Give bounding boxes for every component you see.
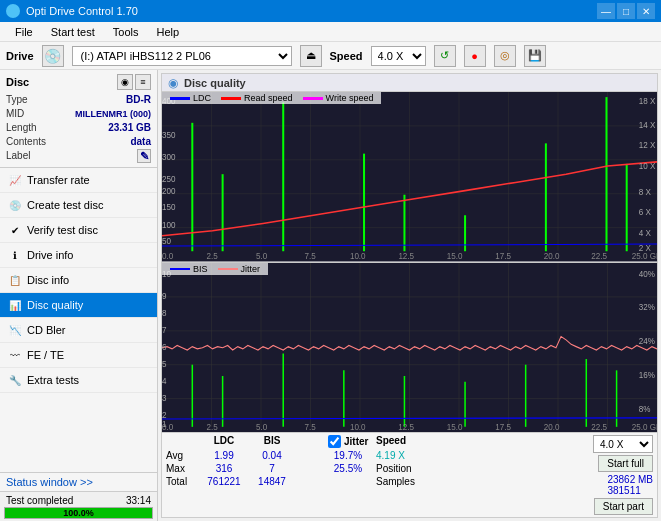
total-ldc: 761221 (204, 476, 244, 487)
svg-text:18 X: 18 X (639, 97, 656, 106)
nav-verify-test-disc[interactable]: ✔ Verify test disc (0, 218, 157, 243)
max-ldc: 316 (204, 463, 244, 474)
chart-header: ◉ Disc quality (162, 74, 657, 92)
app-icon (6, 4, 20, 18)
minimize-button[interactable]: — (597, 3, 615, 19)
sidebar: Disc ◉ ≡ Type BD-R MID MILLENMR1 (000) L… (0, 70, 158, 521)
speed-val: 4.19 X (376, 450, 416, 461)
nav-create-test-disc[interactable]: 💿 Create test disc (0, 193, 157, 218)
svg-text:100: 100 (162, 221, 176, 230)
chart-top-legend: LDC Read speed Write speed (162, 92, 381, 104)
svg-text:25.0 GB: 25.0 GB (632, 421, 657, 432)
nav-drive-info[interactable]: ℹ Drive info (0, 243, 157, 268)
svg-text:4: 4 (162, 375, 167, 386)
drive-select[interactable]: (I:) ATAPI iHBS112 2 PL06 (72, 46, 292, 66)
disc-info-icon: 📋 (8, 273, 22, 287)
disc-label-row: Label ✎ (6, 149, 151, 163)
verify-icon: ✔ (8, 223, 22, 237)
header-speed: Speed (376, 435, 416, 448)
jitter-checkbox[interactable] (328, 435, 341, 448)
svg-text:10.0: 10.0 (350, 421, 366, 432)
svg-text:16%: 16% (639, 369, 656, 380)
menu-help[interactable]: Help (147, 24, 188, 40)
avg-label: Avg (166, 450, 196, 461)
svg-text:5.0: 5.0 (256, 421, 267, 432)
eject-btn[interactable]: ⏏ (300, 45, 322, 67)
svg-text:8 X: 8 X (639, 188, 652, 197)
header-bis: BIS (252, 435, 292, 448)
nav-extra-tests[interactable]: 🔧 Extra tests (0, 368, 157, 393)
nav-transfer-rate[interactable]: 📈 Transfer rate (0, 168, 157, 193)
svg-text:7.5: 7.5 (304, 421, 315, 432)
svg-text:6 X: 6 X (639, 208, 652, 217)
speed-select[interactable]: 4.0 X (371, 46, 426, 66)
menu-file[interactable]: File (6, 24, 42, 40)
disc-panel-icon[interactable]: ◉ (117, 74, 133, 90)
test-completed-label: Test completed (6, 495, 73, 506)
disc-type-row: Type BD-R (6, 93, 151, 107)
svg-text:22.5: 22.5 (591, 252, 607, 261)
svg-text:6: 6 (162, 341, 167, 352)
chart-top-svg: 18 X 14 X 12 X 10 X 8 X 6 X 4 X 2 X 400 … (162, 92, 657, 262)
svg-text:15.0: 15.0 (447, 252, 463, 261)
start-part-button[interactable]: Start part (594, 498, 653, 515)
save-btn[interactable]: 💾 (524, 45, 546, 67)
start-full-button[interactable]: Start full (598, 455, 653, 472)
main-content: Disc ◉ ≡ Type BD-R MID MILLENMR1 (000) L… (0, 70, 661, 521)
svg-text:17.5: 17.5 (495, 252, 511, 261)
disc-panel-btn2[interactable]: ≡ (135, 74, 151, 90)
svg-text:25.0 GB: 25.0 GB (632, 252, 657, 261)
close-button[interactable]: ✕ (637, 3, 655, 19)
max-bis: 7 (252, 463, 292, 474)
menu-tools[interactable]: Tools (104, 24, 148, 40)
header-ldc: LDC (204, 435, 244, 448)
svg-text:3: 3 (162, 392, 167, 403)
svg-text:12.5: 12.5 (398, 421, 414, 432)
chart-top: LDC Read speed Write speed (162, 92, 657, 263)
max-label: Max (166, 463, 196, 474)
stats-speed-select[interactable]: 4.0 X (593, 435, 653, 453)
refresh-btn[interactable]: ↺ (434, 45, 456, 67)
svg-text:40%: 40% (639, 268, 656, 279)
status-window[interactable]: Status window >> (0, 472, 157, 491)
disc-btn2[interactable]: ◎ (494, 45, 516, 67)
transfer-rate-icon: 📈 (8, 173, 22, 187)
charts-container: LDC Read speed Write speed (162, 92, 657, 432)
maximize-button[interactable]: □ (617, 3, 635, 19)
progress-section: Test completed 33:14 100.0% (0, 491, 157, 521)
total-bis: 14847 (252, 476, 292, 487)
menu-start-test[interactable]: Start test (42, 24, 104, 40)
label-edit-btn[interactable]: ✎ (137, 149, 151, 163)
svg-text:32%: 32% (639, 302, 656, 313)
svg-text:10 X: 10 X (639, 162, 656, 171)
nav-cd-bler[interactable]: 📉 CD Bler (0, 318, 157, 343)
progress-text: 100.0% (5, 508, 152, 518)
svg-text:7: 7 (162, 324, 167, 335)
disc-mid-row: MID MILLENMR1 (000) (6, 107, 151, 121)
svg-text:0.0: 0.0 (162, 252, 174, 261)
svg-text:17.5: 17.5 (495, 421, 511, 432)
chart-bottom: BIS Jitter (162, 263, 657, 433)
nav-disc-quality[interactable]: 📊 Disc quality (0, 293, 157, 318)
svg-text:24%: 24% (639, 335, 656, 346)
svg-text:0.0: 0.0 (162, 421, 173, 432)
svg-text:15.0: 15.0 (447, 421, 463, 432)
chart-title: Disc quality (184, 77, 246, 89)
drive-bar: Drive 💿 (I:) ATAPI iHBS112 2 PL06 ⏏ Spee… (0, 42, 661, 70)
nav-fe-te[interactable]: 〰 FE / TE (0, 343, 157, 368)
nav-disc-info[interactable]: 📋 Disc info (0, 268, 157, 293)
chart-bottom-svg: 40% 32% 24% 16% 8% 10 9 8 7 6 5 4 3 2 1 (162, 263, 657, 433)
chart-header-icon: ◉ (168, 76, 178, 90)
disc-btn1[interactable]: ● (464, 45, 486, 67)
svg-text:200: 200 (162, 187, 176, 196)
position-val: 23862 MB (607, 474, 653, 485)
svg-text:4 X: 4 X (639, 229, 652, 238)
drive-info-icon: ℹ (8, 248, 22, 262)
svg-text:12.5: 12.5 (398, 252, 414, 261)
svg-text:7.5: 7.5 (304, 252, 316, 261)
disc-panel: Disc ◉ ≡ Type BD-R MID MILLENMR1 (000) L… (0, 70, 157, 168)
max-jitter: 25.5% (328, 463, 368, 474)
fe-te-icon: 〰 (8, 348, 22, 362)
legend-jitter: Jitter (218, 264, 261, 274)
svg-text:12 X: 12 X (639, 141, 656, 150)
